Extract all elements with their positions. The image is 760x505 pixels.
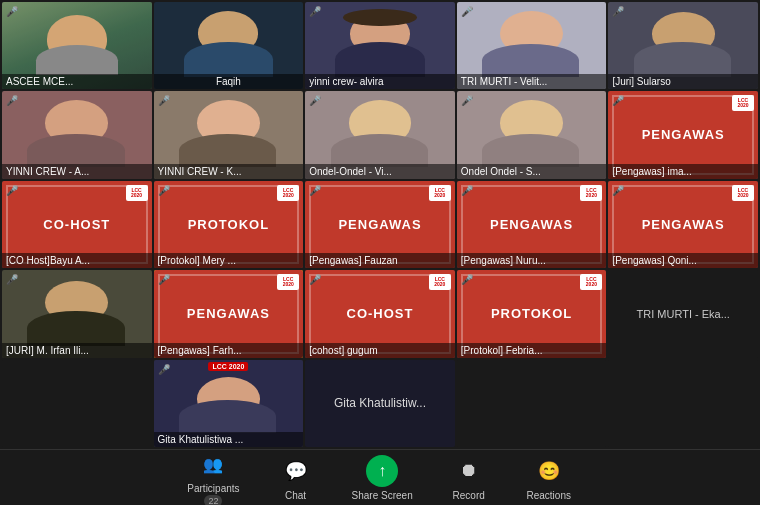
badge-label: PROTOKOL: [188, 217, 269, 233]
mic-muted-icon: 🎤: [158, 274, 170, 285]
chat-icon: 💬: [280, 455, 312, 487]
badge-label: PENGAWAS: [490, 217, 573, 233]
record-icon: ⏺: [453, 455, 485, 487]
mic-muted-icon: 🎤: [158, 364, 170, 375]
participants-count: 22: [204, 495, 222, 505]
participant-name: ASCEE MCE...: [2, 74, 152, 89]
participant-name: [Pengawas] Qoni...: [608, 253, 758, 268]
cell-tri-eka[interactable]: TRI MURTI - Eka...: [608, 270, 758, 357]
cell-ondel-vi[interactable]: 🎤 Ondel-Ondel - Vi...: [305, 91, 455, 178]
badge-label: PENGAWAS: [642, 127, 725, 143]
app: 🎤 ASCEE MCE... Faqih 🎤 yinni crew: [0, 0, 760, 505]
mic-muted-icon: 🎤: [461, 6, 473, 17]
badge-label: PENGAWAS: [187, 306, 270, 322]
mic-muted-icon: 🎤: [309, 6, 321, 17]
mic-muted-icon: 🎤: [309, 274, 321, 285]
cell-yinni-k[interactable]: 🎤 YINNI CREW - K...: [154, 91, 304, 178]
participant-name: YINNI CREW - A...: [2, 164, 152, 179]
participant-name: [Protokol] Mery ...: [154, 253, 304, 268]
cell-empty2: [457, 360, 607, 447]
participant-name: yinni crew- alvira: [305, 74, 455, 89]
participant-name: [Pengawas] Nuru...: [457, 253, 607, 268]
cell-pengawas-fauzan[interactable]: LCC2020 PENGAWAS 🎤 [Pengawas] Fauzan: [305, 181, 455, 268]
lcc-logo: LCC2020: [732, 95, 754, 111]
lcc-logo: LCC2020: [277, 274, 299, 290]
participant-name: [cohost] gugum: [305, 343, 455, 358]
badge-label: CO-HOST: [43, 217, 110, 233]
share-screen-label: Share Screen: [352, 490, 413, 501]
participants-button[interactable]: 👥 Participants 22: [187, 448, 239, 505]
cell-empty1: [2, 360, 152, 447]
mic-muted-icon: 🎤: [6, 95, 18, 106]
cell-pengawas-nuru[interactable]: LCC2020 PENGAWAS 🎤 [Pengawas] Nuru...: [457, 181, 607, 268]
participant-name: Ondel Ondel - S...: [457, 164, 607, 179]
chat-button[interactable]: 💬 Chat: [272, 455, 320, 501]
cell-juri-irfan[interactable]: 🎤 [JURI] M. Irfan Ili...: [2, 270, 152, 357]
cell-gita-main[interactable]: Gita Khatulistiw...: [305, 360, 455, 447]
cell-ascee[interactable]: 🎤 ASCEE MCE...: [2, 2, 152, 89]
reactions-icon: 😊: [533, 455, 565, 487]
mic-muted-icon: 🎤: [612, 185, 624, 196]
record-label: Record: [453, 490, 485, 501]
badge-label: PROTOKOL: [491, 306, 572, 322]
lcc-logo: LCC2020: [580, 185, 602, 201]
participant-name: [CO Host]Bayu A...: [2, 253, 152, 268]
badge-label: PENGAWAS: [642, 217, 725, 233]
mic-muted-icon: 🎤: [461, 274, 473, 285]
lcc-logo: LCC2020: [429, 185, 451, 201]
cell-ondel-s[interactable]: 🎤 Ondel Ondel - S...: [457, 91, 607, 178]
cell-empty3: [608, 360, 758, 447]
lcc-logo: LCC2020: [126, 185, 148, 201]
lcc-logo: LCC2020: [580, 274, 602, 290]
name-display: Gita Khatulistiw...: [330, 392, 430, 414]
share-screen-icon: ↑: [366, 455, 398, 487]
mic-muted-icon: 🎤: [158, 95, 170, 106]
text-label: TRI MURTI - Eka...: [633, 304, 734, 324]
badge-label: CO-HOST: [347, 306, 414, 322]
lcc-logo: LCC2020: [732, 185, 754, 201]
share-screen-button[interactable]: ↑ Share Screen: [352, 455, 413, 501]
participant-name: Gita Khatulistiwa ...: [154, 432, 304, 447]
participant-name: YINNI CREW - K...: [154, 164, 304, 179]
mic-muted-icon: 🎤: [6, 6, 18, 17]
participants-icon: 👥: [197, 448, 229, 480]
mic-muted-icon: 🎤: [612, 95, 624, 106]
participant-name: [Pengawas] Fauzan: [305, 253, 455, 268]
mic-muted-icon: 🎤: [461, 95, 473, 106]
participant-name: [Pengawas] ima...: [608, 164, 758, 179]
reactions-button[interactable]: 😊 Reactions: [525, 455, 573, 501]
mic-muted-icon: 🎤: [309, 185, 321, 196]
cell-protokol-mery[interactable]: LCC2020 PROTOKOL 🎤 [Protokol] Mery ...: [154, 181, 304, 268]
cell-faqih[interactable]: Faqih: [154, 2, 304, 89]
cell-yinni-a[interactable]: 🎤 YINNI CREW - A...: [2, 91, 152, 178]
cell-yinni-alvira[interactable]: 🎤 yinni crew- alvira: [305, 2, 455, 89]
cell-sularso[interactable]: 🎤 [Juri] Sularso: [608, 2, 758, 89]
badge-label: PENGAWAS: [338, 217, 421, 233]
mic-muted-icon: 🎤: [612, 6, 624, 17]
mic-muted-icon: 🎤: [309, 95, 321, 106]
participant-name: [JURI] M. Irfan Ili...: [2, 343, 152, 358]
cell-tri-murti[interactable]: 🎤 TRI MURTI - Velit...: [457, 2, 607, 89]
participant-name: Faqih: [154, 74, 304, 89]
lcc-logo: LCC2020: [429, 274, 451, 290]
participant-name: [Juri] Sularso: [608, 74, 758, 89]
cell-pengawas-farh[interactable]: LCC2020 PENGAWAS 🎤 [Pengawas] Farh...: [154, 270, 304, 357]
participants-label: Participants: [187, 483, 239, 494]
participant-name: [Protokol] Febria...: [457, 343, 607, 358]
toolbar: 👥 Participants 22 💬 Chat ↑ Share Screen …: [0, 449, 760, 505]
cell-pengawas-ima[interactable]: LCC2020 PENGAWAS 🎤 [Pengawas] ima...: [608, 91, 758, 178]
record-button[interactable]: ⏺ Record: [445, 455, 493, 501]
cell-pengawas-qoni[interactable]: LCC2020 PENGAWAS 🎤 [Pengawas] Qoni...: [608, 181, 758, 268]
chat-label: Chat: [285, 490, 306, 501]
cell-co-host[interactable]: LCC2020 CO-HOST 🎤 [CO Host]Bayu A...: [2, 181, 152, 268]
participant-name: TRI MURTI - Velit...: [457, 74, 607, 89]
mic-muted-icon: 🎤: [6, 185, 18, 196]
video-grid: 🎤 ASCEE MCE... Faqih 🎤 yinni crew: [0, 0, 760, 449]
cell-gita-photo[interactable]: LCC 2020 🎤 Gita Khatulistiwa ...: [154, 360, 304, 447]
lcc-logo: LCC2020: [277, 185, 299, 201]
mic-muted-icon: 🎤: [6, 274, 18, 285]
cell-cohost-gugum[interactable]: LCC2020 CO-HOST 🎤 [cohost] gugum: [305, 270, 455, 357]
mic-muted-icon: 🎤: [461, 185, 473, 196]
cell-protokol-febria[interactable]: LCC2020 PROTOKOL 🎤 [Protokol] Febria...: [457, 270, 607, 357]
mic-muted-icon: 🎤: [158, 185, 170, 196]
